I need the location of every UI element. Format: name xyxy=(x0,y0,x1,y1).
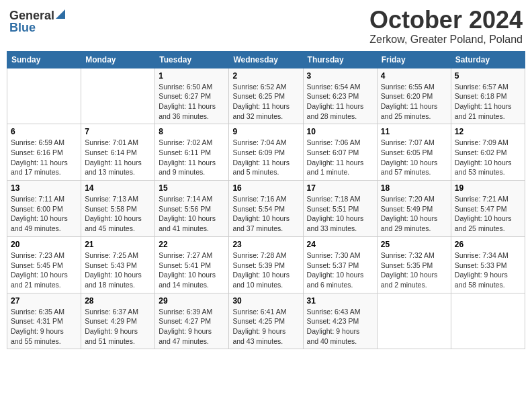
calendar-cell: 24Sunrise: 7:30 AM Sunset: 5:37 PM Dayli… xyxy=(303,236,377,293)
week-row-4: 20Sunrise: 7:23 AM Sunset: 5:45 PM Dayli… xyxy=(7,236,525,293)
calendar-cell: 9Sunrise: 7:04 AM Sunset: 6:09 PM Daylig… xyxy=(229,124,303,181)
day-number: 12 xyxy=(455,127,521,136)
calendar-cell: 4Sunrise: 6:55 AM Sunset: 6:20 PM Daylig… xyxy=(377,68,451,124)
day-number: 19 xyxy=(455,183,521,193)
calendar-cell: 17Sunrise: 7:18 AM Sunset: 5:51 PM Dayli… xyxy=(303,181,377,237)
day-number: 21 xyxy=(85,240,151,249)
logo-general-text: General xyxy=(9,9,54,21)
day-info: Sunrise: 7:25 AM Sunset: 5:43 PM Dayligh… xyxy=(85,250,151,290)
calendar-cell: 18Sunrise: 7:20 AM Sunset: 5:49 PM Dayli… xyxy=(377,181,451,237)
day-info: Sunrise: 6:39 AM Sunset: 4:27 PM Dayligh… xyxy=(159,307,225,347)
calendar-cell: 8Sunrise: 7:02 AM Sunset: 6:11 PM Daylig… xyxy=(155,124,229,181)
calendar-header: SundayMondayTuesdayWednesdayThursdayFrid… xyxy=(7,51,525,68)
day-info: Sunrise: 7:01 AM Sunset: 6:14 PM Dayligh… xyxy=(85,138,151,177)
day-number: 16 xyxy=(232,183,299,193)
week-row-3: 13Sunrise: 7:11 AM Sunset: 6:00 PM Dayli… xyxy=(7,181,525,237)
calendar-cell: 5Sunrise: 6:57 AM Sunset: 6:18 PM Daylig… xyxy=(451,68,525,124)
calendar-cell: 16Sunrise: 7:16 AM Sunset: 5:54 PM Dayli… xyxy=(229,181,303,237)
calendar-cell: 1Sunrise: 6:50 AM Sunset: 6:27 PM Daylig… xyxy=(155,68,229,124)
day-info: Sunrise: 6:35 AM Sunset: 4:31 PM Dayligh… xyxy=(11,307,77,347)
day-info: Sunrise: 6:37 AM Sunset: 4:29 PM Dayligh… xyxy=(85,307,151,347)
day-number: 22 xyxy=(159,240,225,249)
day-number: 24 xyxy=(307,240,373,249)
day-info: Sunrise: 7:34 AM Sunset: 5:33 PM Dayligh… xyxy=(455,250,521,290)
day-info: Sunrise: 7:07 AM Sunset: 6:05 PM Dayligh… xyxy=(381,138,447,177)
header-day-wednesday: Wednesday xyxy=(229,51,303,68)
day-info: Sunrise: 7:11 AM Sunset: 6:00 PM Dayligh… xyxy=(11,194,77,234)
calendar-cell: 31Sunrise: 6:43 AM Sunset: 4:23 PM Dayli… xyxy=(303,293,377,349)
day-number: 20 xyxy=(11,240,77,249)
title-block: October 2024 Zerkow, Greater Poland, Pol… xyxy=(369,7,523,46)
calendar-cell: 27Sunrise: 6:35 AM Sunset: 4:31 PM Dayli… xyxy=(7,293,81,349)
day-number: 26 xyxy=(455,240,521,249)
day-number: 31 xyxy=(307,296,373,306)
day-number: 15 xyxy=(159,183,225,193)
day-number: 4 xyxy=(381,71,447,81)
day-number: 18 xyxy=(381,183,447,193)
week-row-2: 6Sunrise: 6:59 AM Sunset: 6:16 PM Daylig… xyxy=(7,124,525,181)
day-info: Sunrise: 7:16 AM Sunset: 5:54 PM Dayligh… xyxy=(232,194,299,234)
logo-blue-text: Blue xyxy=(9,21,36,34)
calendar-body: 1Sunrise: 6:50 AM Sunset: 6:27 PM Daylig… xyxy=(7,68,525,349)
day-info: Sunrise: 6:41 AM Sunset: 4:25 PM Dayligh… xyxy=(232,307,299,347)
day-number: 2 xyxy=(232,71,299,81)
day-number: 14 xyxy=(85,183,151,193)
calendar-cell: 2Sunrise: 6:52 AM Sunset: 6:25 PM Daylig… xyxy=(229,68,303,124)
day-number: 6 xyxy=(11,127,77,136)
day-number: 7 xyxy=(85,127,151,136)
day-number: 27 xyxy=(11,296,77,306)
day-number: 28 xyxy=(85,296,151,306)
day-number: 17 xyxy=(307,183,373,193)
day-number: 29 xyxy=(159,296,225,306)
calendar-cell: 26Sunrise: 7:34 AM Sunset: 5:33 PM Dayli… xyxy=(451,236,525,293)
day-number: 30 xyxy=(232,296,299,306)
calendar-cell xyxy=(377,293,451,349)
day-info: Sunrise: 6:43 AM Sunset: 4:23 PM Dayligh… xyxy=(307,307,373,347)
calendar-cell: 28Sunrise: 6:37 AM Sunset: 4:29 PM Dayli… xyxy=(81,293,155,349)
day-info: Sunrise: 7:32 AM Sunset: 5:35 PM Dayligh… xyxy=(381,250,447,290)
calendar-cell: 10Sunrise: 7:06 AM Sunset: 6:07 PM Dayli… xyxy=(303,124,377,181)
day-info: Sunrise: 7:27 AM Sunset: 5:41 PM Dayligh… xyxy=(159,250,225,290)
day-number: 11 xyxy=(381,127,447,136)
calendar-cell: 22Sunrise: 7:27 AM Sunset: 5:41 PM Dayli… xyxy=(155,236,229,293)
calendar-cell: 7Sunrise: 7:01 AM Sunset: 6:14 PM Daylig… xyxy=(81,124,155,181)
day-info: Sunrise: 6:50 AM Sunset: 6:27 PM Dayligh… xyxy=(159,82,225,122)
week-row-1: 1Sunrise: 6:50 AM Sunset: 6:27 PM Daylig… xyxy=(7,68,525,124)
day-info: Sunrise: 6:54 AM Sunset: 6:23 PM Dayligh… xyxy=(307,82,373,122)
day-number: 23 xyxy=(232,240,299,249)
day-info: Sunrise: 7:23 AM Sunset: 5:45 PM Dayligh… xyxy=(11,250,77,290)
day-info: Sunrise: 7:02 AM Sunset: 6:11 PM Dayligh… xyxy=(159,138,225,177)
day-info: Sunrise: 6:57 AM Sunset: 6:18 PM Dayligh… xyxy=(455,82,521,122)
calendar-cell xyxy=(7,68,81,124)
calendar-cell: 11Sunrise: 7:07 AM Sunset: 6:05 PM Dayli… xyxy=(377,124,451,181)
header-day-saturday: Saturday xyxy=(451,51,525,68)
day-info: Sunrise: 6:52 AM Sunset: 6:25 PM Dayligh… xyxy=(232,82,299,122)
day-number: 13 xyxy=(11,183,77,193)
day-info: Sunrise: 7:06 AM Sunset: 6:07 PM Dayligh… xyxy=(307,138,373,177)
day-number: 3 xyxy=(307,71,373,81)
day-info: Sunrise: 7:21 AM Sunset: 5:47 PM Dayligh… xyxy=(455,194,521,234)
day-info: Sunrise: 7:28 AM Sunset: 5:39 PM Dayligh… xyxy=(232,250,299,290)
header-row: SundayMondayTuesdayWednesdayThursdayFrid… xyxy=(7,51,525,68)
calendar-table: SundayMondayTuesdayWednesdayThursdayFrid… xyxy=(7,51,525,350)
header-day-tuesday: Tuesday xyxy=(155,51,229,68)
day-info: Sunrise: 6:55 AM Sunset: 6:20 PM Dayligh… xyxy=(381,82,447,122)
calendar-cell: 14Sunrise: 7:13 AM Sunset: 5:58 PM Dayli… xyxy=(81,181,155,237)
calendar-cell: 13Sunrise: 7:11 AM Sunset: 6:00 PM Dayli… xyxy=(7,181,81,237)
calendar-cell: 12Sunrise: 7:09 AM Sunset: 6:02 PM Dayli… xyxy=(451,124,525,181)
day-info: Sunrise: 6:59 AM Sunset: 6:16 PM Dayligh… xyxy=(11,138,77,177)
week-row-5: 27Sunrise: 6:35 AM Sunset: 4:31 PM Dayli… xyxy=(7,293,525,349)
day-number: 1 xyxy=(159,71,225,81)
location-title: Zerkow, Greater Poland, Poland xyxy=(369,34,523,46)
day-info: Sunrise: 7:20 AM Sunset: 5:49 PM Dayligh… xyxy=(381,194,447,234)
calendar-cell: 20Sunrise: 7:23 AM Sunset: 5:45 PM Dayli… xyxy=(7,236,81,293)
calendar-cell: 19Sunrise: 7:21 AM Sunset: 5:47 PM Dayli… xyxy=(451,181,525,237)
calendar-cell: 3Sunrise: 6:54 AM Sunset: 6:23 PM Daylig… xyxy=(303,68,377,124)
logo-triangle-icon xyxy=(56,9,65,21)
header-day-sunday: Sunday xyxy=(7,51,81,68)
header-day-friday: Friday xyxy=(377,51,451,68)
day-number: 10 xyxy=(307,127,373,136)
month-title: October 2024 xyxy=(369,7,523,34)
day-info: Sunrise: 7:09 AM Sunset: 6:02 PM Dayligh… xyxy=(455,138,521,177)
day-info: Sunrise: 7:13 AM Sunset: 5:58 PM Dayligh… xyxy=(85,194,151,234)
